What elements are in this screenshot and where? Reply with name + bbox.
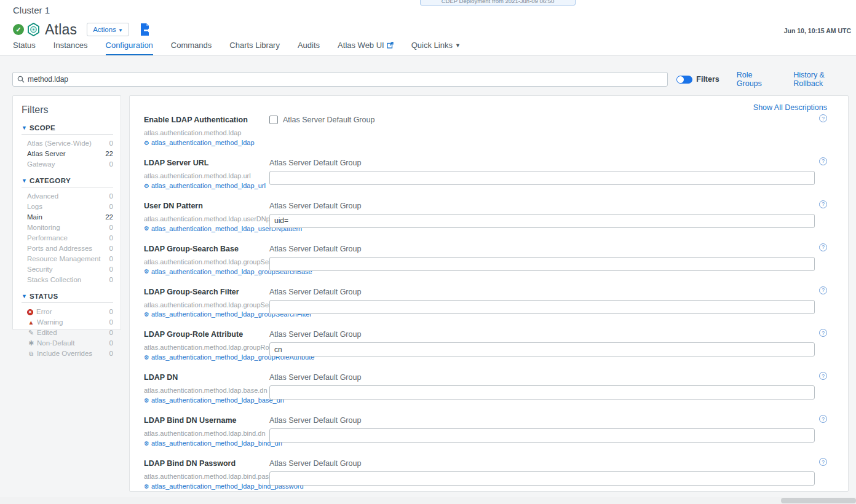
config-value-input[interactable] bbox=[269, 428, 815, 443]
filter-item-label: Atlas (Service-Wide) bbox=[27, 138, 92, 149]
config-api-name-link[interactable]: ⚙atlas_authentication_method_ldap_groupR… bbox=[144, 353, 269, 363]
sidebar-item-error[interactable]: ✕Error0 bbox=[27, 307, 113, 317]
config-widget: Atlas Server Default Group bbox=[269, 157, 815, 191]
config-value-input[interactable] bbox=[269, 385, 815, 400]
help-icon[interactable]: ? bbox=[819, 415, 827, 423]
tab-charts-library[interactable]: Charts Library bbox=[229, 41, 280, 54]
help-column: ? bbox=[815, 329, 827, 363]
filter-item-label: Error bbox=[36, 307, 52, 317]
sidebar-item-include-overrides[interactable]: ⧉Include Overrides0 bbox=[27, 348, 113, 359]
role-groups-link[interactable]: Role Groups bbox=[737, 71, 776, 88]
api-name-text: atlas_authentication_method_ldap bbox=[151, 138, 255, 148]
sidebar-item-atlas-service-wide[interactable]: Atlas (Service-Wide)0 bbox=[27, 138, 113, 149]
sidebar-item-main[interactable]: Main22 bbox=[27, 212, 113, 222]
chevron-down-icon: ▼ bbox=[22, 178, 27, 184]
help-icon[interactable]: ? bbox=[819, 200, 827, 208]
config-value-input[interactable] bbox=[269, 471, 815, 486]
config-api-name-link[interactable]: ⚙atlas_authentication_method_ldap bbox=[144, 138, 269, 148]
role-group-label: Atlas Server Default Group bbox=[269, 330, 815, 339]
config-value-input[interactable] bbox=[269, 214, 815, 228]
config-api-name-link[interactable]: ⚙atlas_authentication_method_ldap_groupS… bbox=[144, 310, 269, 320]
horizontal-scrollbar-thumb[interactable] bbox=[781, 498, 856, 503]
tab-label: Quick Links bbox=[411, 41, 453, 50]
filter-item-label: Ports and Addresses bbox=[27, 243, 92, 254]
filter-section-header[interactable]: ▼STATUS bbox=[22, 293, 113, 303]
atlas-service-icon bbox=[27, 23, 40, 36]
deployment-banner: CDEP Deployment from 2021-Jun-09 06:50 bbox=[420, 0, 576, 6]
config-toolbar: Filters Role Groups History & Rollback bbox=[12, 72, 851, 87]
sidebar-item-stacks-collection[interactable]: Stacks Collection0 bbox=[27, 275, 113, 285]
config-value-input[interactable] bbox=[269, 171, 815, 185]
history-rollback-link[interactable]: History & Rollback bbox=[793, 71, 851, 88]
tab-audits[interactable]: Audits bbox=[298, 41, 320, 54]
sidebar-item-logs[interactable]: Logs0 bbox=[27, 202, 113, 212]
config-row-ldap-group-search-filter: LDAP Group-Search Filteratlas.authentica… bbox=[144, 286, 827, 320]
config-api-name-link[interactable]: ⚙atlas_authentication_method_ldap_base_d… bbox=[144, 396, 269, 406]
show-all-descriptions-link[interactable]: Show All Descriptions bbox=[144, 103, 827, 112]
search-input[interactable] bbox=[28, 75, 663, 84]
filter-section-header[interactable]: ▼CATEGORY bbox=[22, 177, 113, 187]
help-icon[interactable]: ? bbox=[819, 329, 827, 337]
page-title: Atlas bbox=[45, 22, 77, 38]
config-widget: Atlas Server Default Group bbox=[269, 243, 815, 277]
role-group-label: Atlas Server Default Group bbox=[269, 288, 815, 296]
config-label-block: LDAP Server URLatlas.authentication.meth… bbox=[144, 157, 269, 191]
help-icon[interactable]: ? bbox=[819, 157, 827, 165]
filters-toggle[interactable] bbox=[676, 76, 692, 84]
config-value-input[interactable] bbox=[269, 300, 815, 314]
config-api-name-link[interactable]: ⚙atlas_authentication_method_ldap_bind_d… bbox=[144, 439, 269, 449]
config-api-name-link[interactable]: ⚙atlas_authentication_method_ldap_url bbox=[144, 181, 269, 191]
sidebar-item-security[interactable]: Security0 bbox=[27, 264, 113, 275]
tab-instances[interactable]: Instances bbox=[54, 41, 88, 54]
config-property-name: atlas.authentication.method.ldap.url bbox=[144, 171, 269, 181]
sidebar-item-ports-and-addresses[interactable]: Ports and Addresses0 bbox=[27, 243, 113, 254]
sidebar-item-performance[interactable]: Performance0 bbox=[27, 233, 113, 243]
help-icon[interactable]: ? bbox=[819, 114, 827, 122]
role-group-label: Atlas Server Default Group bbox=[269, 459, 815, 468]
help-icon[interactable]: ? bbox=[819, 458, 827, 466]
sidebar-item-atlas-server[interactable]: Atlas Server22 bbox=[27, 149, 113, 159]
tab-status[interactable]: Status bbox=[13, 41, 36, 54]
filter-item-count: 0 bbox=[109, 307, 113, 317]
edited-icon: ✎ bbox=[27, 328, 35, 338]
filter-item-label: Warning bbox=[37, 317, 63, 328]
config-property-name: atlas.authentication.method.ldap bbox=[144, 128, 269, 138]
help-icon[interactable]: ? bbox=[819, 243, 827, 251]
tab-quick-links[interactable]: Quick Links▼ bbox=[411, 41, 461, 54]
help-column: ? bbox=[815, 200, 827, 234]
help-icon[interactable]: ? bbox=[819, 372, 827, 380]
tab-label: Configuration bbox=[106, 41, 153, 50]
sidebar-item-gateway[interactable]: Gateway0 bbox=[27, 159, 113, 170]
filter-section-header[interactable]: ▼SCOPE bbox=[22, 124, 113, 135]
filter-item-count: 0 bbox=[109, 328, 113, 338]
tab-atlas-web-ui[interactable]: Atlas Web UI bbox=[338, 41, 394, 54]
help-icon[interactable]: ? bbox=[819, 286, 827, 294]
sidebar-item-edited[interactable]: ✎Edited0 bbox=[27, 328, 113, 338]
filters-title: Filters bbox=[22, 104, 113, 116]
filter-item-count: 0 bbox=[109, 348, 113, 359]
actions-button[interactable]: Actions ▼ bbox=[87, 23, 129, 36]
config-title: LDAP Bind DN Password bbox=[144, 459, 269, 468]
export-client-config-icon[interactable] bbox=[139, 23, 151, 36]
config-title: LDAP Server URL bbox=[144, 159, 269, 167]
config-value-input[interactable] bbox=[269, 342, 815, 356]
sidebar-item-advanced[interactable]: Advanced0 bbox=[27, 191, 113, 202]
sidebar-item-non-default[interactable]: ✱Non-Default0 bbox=[27, 338, 113, 348]
filter-item-label: Resource Management bbox=[27, 254, 101, 264]
config-api-name-link[interactable]: ⚙atlas_authentication_method_ldap_bind_p… bbox=[144, 482, 269, 492]
breadcrumb-cluster[interactable]: Cluster 1 bbox=[13, 5, 50, 15]
sidebar-item-monitoring[interactable]: Monitoring0 bbox=[27, 222, 113, 233]
gear-icon: ⚙ bbox=[144, 396, 149, 406]
gear-icon: ⚙ bbox=[144, 182, 149, 191]
tab-configuration[interactable]: Configuration bbox=[106, 41, 153, 56]
config-value-input[interactable] bbox=[269, 257, 815, 271]
tab-commands[interactable]: Commands bbox=[171, 41, 212, 54]
config-api-name-link[interactable]: ⚙atlas_authentication_method_ldap_groupS… bbox=[144, 267, 269, 277]
config-api-name-link[interactable]: ⚙atlas_authentication_method_ldap_userDN… bbox=[144, 224, 269, 234]
config-label-block: LDAP DNatlas.authentication.method.ldap.… bbox=[144, 372, 269, 406]
filter-section-title: CATEGORY bbox=[30, 177, 71, 184]
config-property-name: atlas.authentication.method.ldap.base.dn bbox=[144, 386, 269, 396]
sidebar-item-resource-management[interactable]: Resource Management0 bbox=[27, 254, 113, 264]
checkbox[interactable] bbox=[269, 116, 278, 124]
sidebar-item-warning[interactable]: ▲Warning0 bbox=[27, 317, 113, 328]
